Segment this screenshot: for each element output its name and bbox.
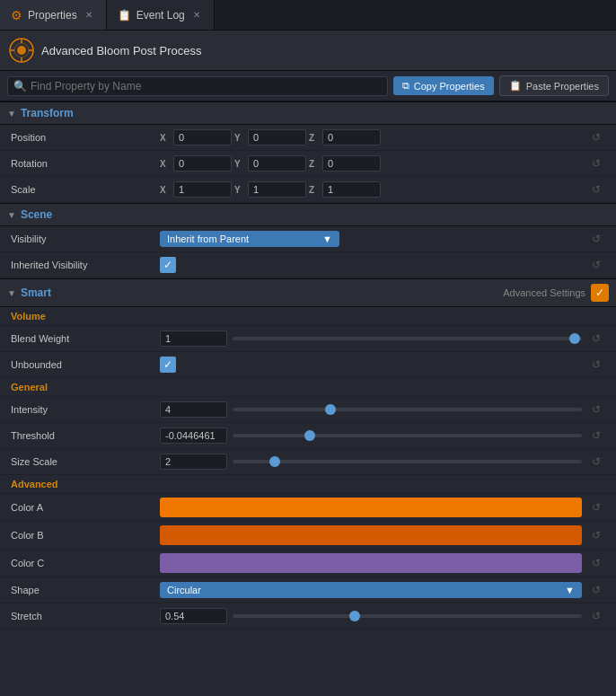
property-unbounded: Unbounded ✓ ↺ [0,352,616,378]
color-b-reset[interactable]: ↺ [587,526,605,544]
color-b-swatch[interactable] [160,525,582,545]
stretch-label: Stretch [11,611,154,621]
color-c-swatch[interactable] [160,553,582,573]
unbounded-value: ✓ [160,357,582,373]
inherited-visibility-label: Inherited Visibility [11,260,154,270]
shape-dropdown[interactable]: Circular ▼ [160,582,582,598]
object-header: Advanced Bloom Post Process [0,31,616,71]
transform-section-label: Transform [21,107,74,119]
scene-chevron: ▼ [7,210,16,220]
svg-point-1 [17,46,26,55]
color-a-reset[interactable]: ↺ [587,498,605,516]
section-smart-header[interactable]: ▼ Smart Advanced Settings ✓ [0,278,616,307]
property-stretch: Stretch ↺ [0,603,616,630]
intensity-reset[interactable]: ↺ [587,401,605,418]
scene-section-label: Scene [21,208,52,221]
search-input[interactable] [31,80,382,93]
rotation-z-input[interactable] [322,155,381,172]
threshold-thumb[interactable] [304,430,315,441]
properties-tab-icon: ⚙ [11,8,22,22]
property-rotation: Rotation X Y Z ↺ [0,151,616,177]
scale-y-input[interactable] [248,181,306,198]
position-reset[interactable]: ↺ [587,128,605,146]
subsection-general: General [0,378,616,397]
stretch-value [160,608,582,624]
object-title: Advanced Bloom Post Process [41,44,201,57]
search-icon: 🔍 [13,80,27,93]
unbounded-reset[interactable]: ↺ [587,356,605,374]
visibility-label: Visibility [11,233,154,244]
size-scale-reset[interactable]: ↺ [587,453,605,471]
intensity-track[interactable] [233,408,582,411]
visibility-dropdown-value: Inherit from Parent [167,233,249,244]
position-z-input[interactable] [322,129,381,145]
stretch-input[interactable] [160,608,227,624]
blend-weight-reset[interactable]: ↺ [587,330,605,348]
shape-reset[interactable]: ↺ [587,581,605,599]
visibility-dropdown[interactable]: Inherit from Parent ▼ [160,231,339,247]
scale-z-input[interactable] [322,181,381,198]
stretch-thumb[interactable] [349,611,360,621]
visibility-reset[interactable]: ↺ [587,230,605,248]
copy-properties-button[interactable]: ⧉ Copy Properties [393,76,494,95]
color-c-reset[interactable]: ↺ [587,554,605,572]
color-b-value [160,525,582,545]
stretch-slider-group [160,608,582,624]
inherited-visibility-checkbox[interactable]: ✓ [160,257,176,273]
intensity-value [160,401,582,418]
size-scale-track[interactable] [233,460,582,463]
smart-chevron: ▼ [7,288,16,298]
unbounded-label: Unbounded [11,359,154,370]
blend-weight-track[interactable] [233,337,582,340]
rotation-label: Rotation [11,158,154,169]
blend-weight-thumb[interactable] [569,333,580,344]
scale-reset[interactable]: ↺ [587,181,605,198]
threshold-input[interactable] [160,427,227,444]
eventlog-tab-close[interactable]: ✕ [190,9,203,22]
copy-btn-label: Copy Properties [414,81,485,92]
subsection-advanced: Advanced [0,475,616,494]
position-x-input[interactable] [173,129,232,145]
properties-toolbar: 🔍 ⧉ Copy Properties 📋 Paste Properties [0,71,616,101]
threshold-track[interactable] [233,434,582,437]
advanced-settings-toggle[interactable]: ✓ [591,284,609,302]
properties-tab-label: Properties [28,9,77,22]
rotation-xyz: X Y Z [160,155,582,172]
search-box[interactable]: 🔍 [7,76,388,96]
shape-chevron-icon: ▼ [565,585,575,595]
unbounded-checkbox[interactable]: ✓ [160,357,176,373]
property-color-b: Color B ↺ [0,522,616,550]
properties-content: ▼ Transform Position X Y Z ↺ Rotation X … [0,101,616,696]
threshold-value [160,427,582,444]
tab-eventlog[interactable]: 📋 Event Log ✕ [107,0,215,30]
stretch-track[interactable] [233,614,582,618]
rotation-x-input[interactable] [173,155,232,172]
tab-properties[interactable]: ⚙ Properties ✕ [0,0,107,30]
blend-weight-input[interactable] [160,330,227,347]
position-y-input[interactable] [248,129,306,145]
scale-x-input[interactable] [173,181,232,198]
property-position: Position X Y Z ↺ [0,125,616,151]
rotation-reset[interactable]: ↺ [587,154,605,172]
paste-properties-button[interactable]: 📋 Paste Properties [499,75,609,96]
properties-tab-close[interactable]: ✕ [83,9,95,22]
color-a-label: Color A [11,502,154,513]
smart-section-right: Advanced Settings ✓ [503,284,609,302]
size-scale-label: Size Scale [11,456,154,467]
section-scene-header[interactable]: ▼ Scene [0,203,616,226]
rotation-y-input[interactable] [248,155,306,172]
transform-chevron: ▼ [7,109,16,119]
color-a-swatch[interactable] [160,498,582,517]
intensity-input[interactable] [160,401,227,418]
inherited-visibility-reset[interactable]: ↺ [587,256,605,274]
inherited-visibility-value: ✓ [160,257,582,273]
stretch-reset[interactable]: ↺ [587,607,605,625]
size-scale-thumb[interactable] [269,456,280,467]
intensity-thumb[interactable] [325,404,336,415]
section-transform-header[interactable]: ▼ Transform [0,101,616,125]
size-scale-input[interactable] [160,454,227,470]
visibility-value: Inherit from Parent ▼ [160,231,582,247]
threshold-reset[interactable]: ↺ [587,427,605,445]
intensity-slider-group [160,401,582,418]
property-color-a: Color A ↺ [0,494,616,522]
